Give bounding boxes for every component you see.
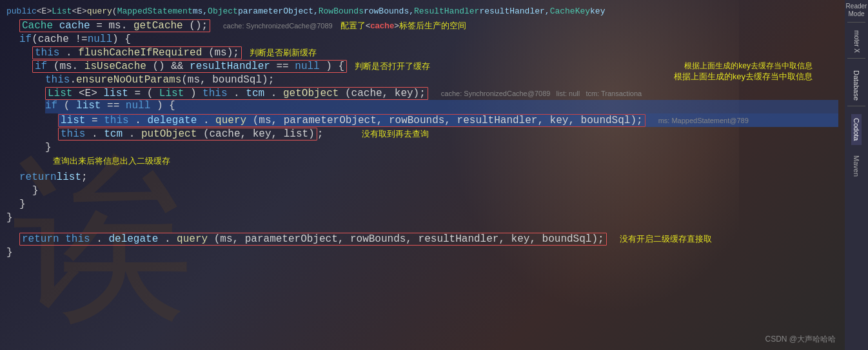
- brace-close-1: }: [45, 142, 52, 153]
- cast-close: ): [190, 88, 197, 99]
- paren-iu: () &&: [152, 61, 190, 72]
- code-line-return: return list ;: [19, 170, 838, 184]
- method-signature-line: public <E> List <E> query ( MappedStatem…: [6, 5, 838, 19]
- code-line-7: if ( list == null ) {: [45, 100, 838, 113]
- paren-2: (ms);: [208, 47, 239, 59]
- keyword-public: public: [6, 5, 37, 19]
- boxed-code-8: list = this . delegate . query (ms, para…: [58, 114, 646, 127]
- type-rowbounds: RowBounds: [319, 5, 364, 19]
- var-list: list: [103, 88, 128, 99]
- sidebar-codota[interactable]: Codota: [851, 114, 862, 144]
- main-content: public <E> List <E> query ( MappedStatem…: [0, 0, 845, 350]
- dot-5: .: [135, 115, 141, 126]
- sidebar-reader-mode[interactable]: Reader Mode: [845, 0, 868, 21]
- generic-e3: <E>: [79, 88, 103, 99]
- if-cond-1: (cache !=: [32, 34, 87, 45]
- params-q2: (ms, parameterObject, rowBounds, resultH…: [253, 115, 643, 126]
- param-rb: rowBounds,: [364, 5, 414, 19]
- params-get: (cache, key);: [345, 88, 426, 99]
- kw-this-6: this: [65, 233, 90, 245]
- method-ensure: ensureNoOutParams: [76, 74, 181, 86]
- code-line-8: list = this . delegate . query (ms, para…: [58, 113, 838, 127]
- var-rh: resultHandler: [190, 61, 270, 72]
- ann-flush: 判断是否刷新缓存: [250, 47, 317, 59]
- type-cachekey: CacheKey: [550, 5, 590, 19]
- debug-ms: ms: MappedStatement@789: [658, 117, 749, 124]
- boxed-code-bottom: return this . delegate . query (ms, para…: [19, 233, 607, 246]
- brace2: ) {: [157, 100, 175, 112]
- code-line-3: this . flushCacheIfRequired (ms); 判断是否刷新…: [32, 46, 838, 59]
- assign-2: = (: [134, 88, 153, 99]
- dot-4: .: [271, 88, 277, 99]
- var-list-ret: list: [57, 171, 81, 183]
- csdn-watermark: CSDN @大声哈哈哈: [765, 334, 836, 345]
- code-line-6: List <E> list = ( List ) this . tcm . ge…: [45, 86, 838, 100]
- ann-cache-space: 配置了<cache>标签后生产的空间: [340, 20, 466, 32]
- semicolon-ret: ;: [81, 171, 88, 183]
- empty-line: [6, 224, 838, 232]
- semicolon-put: ;: [317, 128, 324, 140]
- ann-no-cache-query: 没有取到再去查询: [362, 128, 429, 140]
- kw-this-4: this: [104, 115, 128, 126]
- var-cache: cache: [59, 20, 90, 32]
- type-cache: Cache: [22, 20, 53, 32]
- close-brace-3: }: [6, 212, 13, 224]
- sidebar-divider-1: [847, 22, 865, 23]
- brace-open: ) {: [326, 61, 344, 72]
- kw-this-2: this: [45, 74, 70, 86]
- dot-10: .: [164, 233, 171, 245]
- kw-this-1: this: [35, 47, 59, 59]
- if-cond-1b: ) {: [112, 34, 131, 45]
- close-brace-1: }: [32, 185, 39, 197]
- params-q3: (ms, parameterObject, rowBounds, resultH…: [214, 233, 604, 245]
- dot-6: .: [203, 115, 210, 126]
- method-flush: flushCacheIfRequired: [78, 47, 202, 59]
- code-line-ann-1: 查询出来后将信息出入二级缓存: [45, 154, 838, 168]
- dot-7: .: [92, 128, 98, 140]
- sidebar-maven[interactable]: Maven: [851, 151, 862, 180]
- dot-8: .: [129, 128, 135, 140]
- assign-3: =: [92, 115, 104, 126]
- type-list: List: [52, 5, 72, 19]
- ann-key-lookup: 根据上面生成的key去缓存当中取信息: [684, 61, 813, 72]
- kw-this-5: this: [61, 128, 85, 140]
- eq-null: ==: [277, 61, 295, 72]
- method-query-3: query: [177, 233, 208, 245]
- assign-1: = ms.: [96, 20, 127, 32]
- ann-put-cache: 查询出来后将信息出入二级缓存: [53, 155, 170, 167]
- code-line-bottom-return: return this . delegate . query (ms, para…: [19, 232, 838, 246]
- code-line-9: this . tcm . putObject (cache, key, list…: [58, 127, 838, 141]
- type-mapped: MappedStatement: [117, 5, 193, 19]
- code-line-final-close: }: [6, 246, 838, 259]
- boxed-code-6: List <E> list = ( List ) this . tcm . ge…: [45, 87, 428, 100]
- dot-9: .: [96, 233, 103, 245]
- if-list-null: (: [64, 100, 70, 112]
- method-getcache: getCache: [133, 20, 183, 32]
- code-line-1: Cache cache = ms. getCache (); cache: Sy…: [19, 19, 838, 32]
- kw-null-2: null: [295, 61, 319, 72]
- params: (: [112, 5, 117, 19]
- boxed-code-9: this . tcm . putObject (cache, key, list…: [58, 128, 317, 141]
- var-list-3: list: [61, 115, 85, 126]
- debug-cache-1: cache: SynchronizedCache@7089: [223, 22, 333, 30]
- var-tcm: tcm: [246, 88, 264, 99]
- kw-return-2: return: [22, 233, 65, 245]
- sidebar-moter-x[interactable]: moter X: [852, 26, 862, 57]
- close-brace-2: }: [19, 199, 26, 210]
- code-line-close3: }: [6, 211, 838, 224]
- type-object: Object: [208, 5, 238, 19]
- right-sidebar: Reader Mode moter X Database Codota Mave…: [845, 0, 868, 350]
- params-ensure: (ms, boundSql);: [181, 74, 274, 86]
- ann-usecache: 判断是否打开了缓存: [355, 61, 430, 72]
- kw-return: return: [19, 171, 57, 183]
- paren-1: ();: [189, 20, 208, 32]
- var-delegate-2: delegate: [108, 233, 158, 245]
- sidebar-database[interactable]: Database: [851, 66, 862, 104]
- var-tcm2: tcm: [104, 128, 123, 140]
- code-line-close2: }: [19, 197, 838, 211]
- debug-list-val: cache: SynchronizedCache@7089 list: null…: [441, 90, 642, 97]
- boxed-code-1: Cache cache = ms. getCache ();: [19, 19, 210, 32]
- code-line-10: }: [45, 141, 838, 154]
- kw-null-3: null: [126, 100, 150, 112]
- params-put: (cache, key, list): [203, 128, 315, 140]
